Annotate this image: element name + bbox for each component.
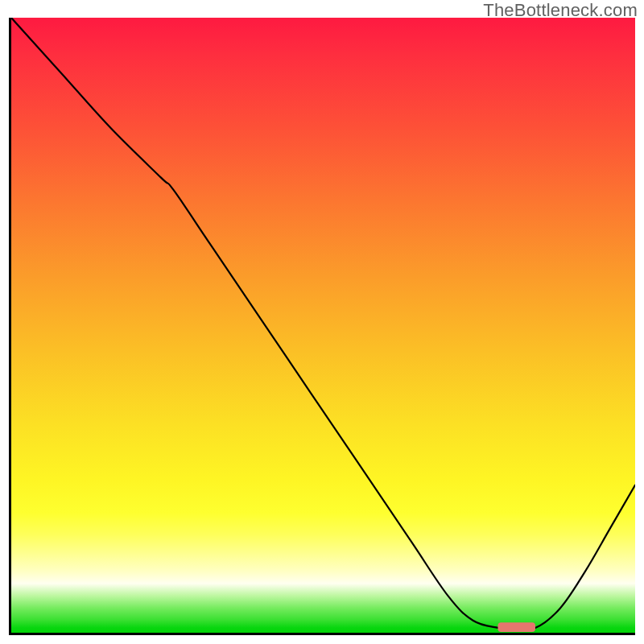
chart-container: TheBottleneck.com xyxy=(0,0,644,644)
plot-area xyxy=(9,18,635,635)
bottleneck-curve xyxy=(11,18,635,630)
optimal-marker xyxy=(497,622,535,632)
chart-svg xyxy=(11,18,635,633)
